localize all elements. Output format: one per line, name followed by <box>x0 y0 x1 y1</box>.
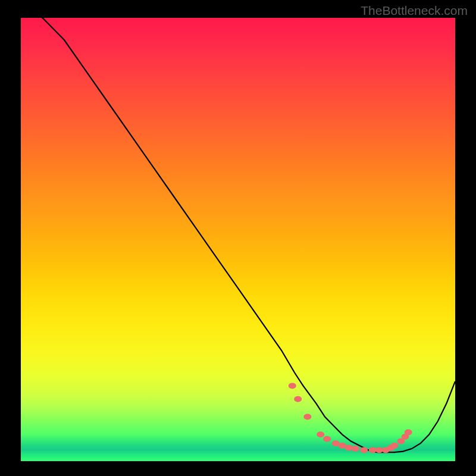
chart-plot-area <box>21 18 455 461</box>
marker-point <box>303 414 311 420</box>
marker-point <box>360 447 368 453</box>
marker-point <box>323 436 331 442</box>
curve-line <box>21 18 455 452</box>
marker-point <box>405 430 412 436</box>
marker-point <box>390 443 398 449</box>
watermark-text: TheBottleneck.com <box>361 4 468 18</box>
marker-point <box>289 383 296 389</box>
marker-point <box>294 396 302 402</box>
marker-point <box>317 431 324 437</box>
chart-svg <box>21 18 455 461</box>
marker-point <box>352 446 359 452</box>
marker-point <box>345 445 353 451</box>
marker-points <box>289 383 412 453</box>
